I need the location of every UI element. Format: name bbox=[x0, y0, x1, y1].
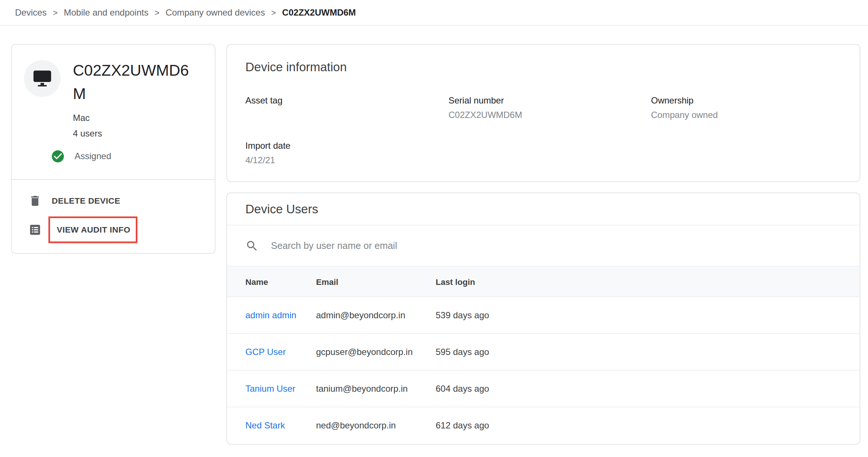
detail-column: Device information Asset tag Serial numb… bbox=[227, 44, 861, 445]
view-audit-info-label: VIEW AUDIT INFO bbox=[49, 217, 138, 243]
breadcrumb-link[interactable]: Mobile and endpoints bbox=[64, 7, 148, 17]
user-name-link[interactable]: GCP User bbox=[246, 347, 316, 357]
list-icon bbox=[29, 223, 42, 237]
user-last-login: 612 days ago bbox=[436, 421, 842, 431]
breadcrumb: Devices > Mobile and endpoints > Company… bbox=[0, 0, 868, 26]
info-field-value: Company owned bbox=[651, 108, 841, 123]
user-name-link[interactable]: admin admin bbox=[246, 310, 316, 320]
chevron-right-icon: > bbox=[155, 8, 160, 17]
device-avatar bbox=[24, 60, 61, 97]
user-name-link[interactable]: Ned Stark bbox=[246, 421, 316, 431]
table-row: admin admin admin@beyondcorp.in 539 days… bbox=[227, 297, 860, 334]
info-field-value: C02ZX2UWMD6M bbox=[448, 108, 651, 123]
device-users-card: Device Users Name Email Last login bbox=[227, 193, 861, 445]
table-row: Ned Stark ned@beyondcorp.in 612 days ago bbox=[227, 407, 860, 444]
info-field: Asset tag bbox=[246, 93, 449, 123]
device-users-title: Device Users bbox=[246, 202, 318, 216]
user-search-bar bbox=[227, 226, 860, 267]
status-row: Assigned bbox=[51, 149, 203, 164]
column-header: Name bbox=[246, 277, 316, 286]
user-name-link[interactable]: Tanium User bbox=[246, 384, 316, 394]
status-badge: Assigned bbox=[75, 151, 111, 161]
breadcrumb-link[interactable]: Devices bbox=[15, 7, 47, 17]
user-last-login: 539 days ago bbox=[436, 310, 842, 320]
column-header: Email bbox=[316, 277, 436, 286]
breadcrumb-item: Mobile and endpoints > bbox=[64, 7, 165, 17]
device-users-count: 4 users bbox=[73, 126, 203, 141]
user-email: admin@beyondcorp.in bbox=[316, 310, 436, 320]
device-information-title: Device information bbox=[227, 45, 860, 75]
device-head: C02ZX2UWMD6M Mac 4 users Assigned bbox=[12, 45, 215, 179]
device-information-fields: Asset tag Serial number C02ZX2UWMD6M Own… bbox=[227, 93, 860, 168]
trash-icon bbox=[29, 194, 42, 208]
info-field: Serial number C02ZX2UWMD6M bbox=[448, 93, 651, 123]
info-field-label: Ownership bbox=[651, 93, 841, 108]
info-field: Ownership Company owned bbox=[651, 93, 841, 123]
breadcrumb-item: Devices > bbox=[15, 7, 64, 17]
info-field: Import date 4/12/21 bbox=[246, 139, 449, 168]
user-email: gcpuser@beyondcorp.in bbox=[316, 347, 436, 357]
user-email: tanium@beyondcorp.in bbox=[316, 384, 436, 394]
device-users-header: Device Users bbox=[227, 193, 860, 226]
device-actions: DELETE DEVICE VIEW AUDIT INF bbox=[12, 180, 215, 253]
user-search-input[interactable] bbox=[271, 240, 842, 251]
user-last-login: 595 days ago bbox=[436, 347, 842, 357]
info-field-label: Serial number bbox=[448, 93, 651, 108]
delete-device-button[interactable]: DELETE DEVICE bbox=[12, 187, 215, 216]
page: Devices > Mobile and endpoints > Company… bbox=[0, 0, 868, 457]
device-information-card: Device information Asset tag Serial numb… bbox=[227, 44, 861, 182]
users-table-header: Name Email Last login bbox=[227, 267, 860, 297]
table-row: Tanium User tanium@beyondcorp.in 604 day… bbox=[227, 371, 860, 407]
info-field-label: Import date bbox=[246, 139, 449, 153]
user-email: ned@beyondcorp.in bbox=[316, 421, 436, 431]
device-summary-card: C02ZX2UWMD6M Mac 4 users Assigned bbox=[11, 44, 216, 254]
search-icon bbox=[246, 239, 259, 252]
table-row: GCP User gcpuser@beyondcorp.in 595 days … bbox=[227, 334, 860, 371]
users-table-body: admin admin admin@beyondcorp.in 539 days… bbox=[227, 297, 860, 444]
chevron-right-icon: > bbox=[271, 8, 276, 17]
view-audit-info-button[interactable]: VIEW AUDIT INFO bbox=[12, 216, 215, 244]
breadcrumb-link[interactable]: C02ZX2UWMD6M bbox=[282, 7, 356, 17]
device-title: C02ZX2UWMD6M bbox=[73, 59, 191, 106]
info-field-value bbox=[246, 108, 449, 123]
user-last-login: 604 days ago bbox=[436, 384, 842, 394]
breadcrumb-item: C02ZX2UWMD6M > bbox=[282, 7, 356, 17]
delete-device-label: DELETE DEVICE bbox=[52, 196, 121, 206]
device-type: Mac bbox=[73, 110, 203, 126]
chevron-right-icon: > bbox=[53, 8, 57, 17]
desktop-icon bbox=[32, 68, 53, 89]
info-field-label: Asset tag bbox=[246, 93, 449, 108]
check-circle-icon bbox=[51, 149, 65, 164]
info-field-value: 4/12/21 bbox=[246, 152, 449, 168]
breadcrumb-item: Company owned devices > bbox=[165, 7, 282, 17]
column-header: Last login bbox=[436, 277, 842, 286]
breadcrumb-link[interactable]: Company owned devices bbox=[165, 7, 265, 17]
main-content: C02ZX2UWMD6M Mac 4 users Assigned bbox=[0, 26, 868, 445]
